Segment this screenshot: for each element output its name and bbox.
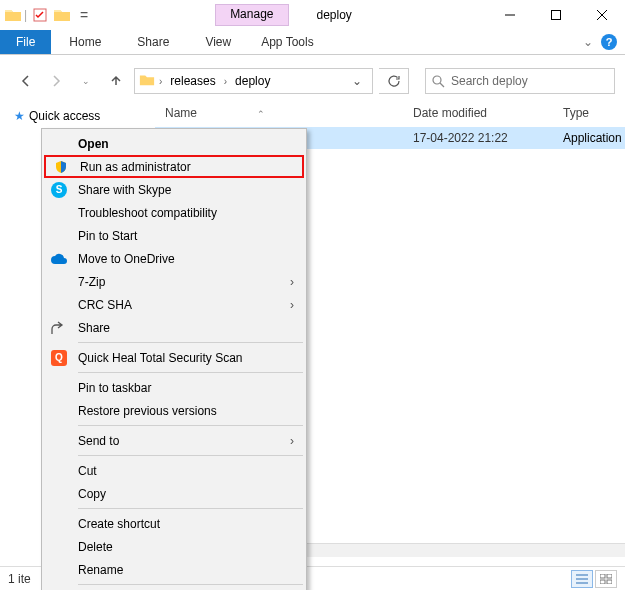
folder-icon[interactable] <box>53 6 71 24</box>
menu-separator <box>78 342 303 343</box>
menu-item-pin-taskbar[interactable]: Pin to taskbar <box>44 376 304 399</box>
tab-home[interactable]: Home <box>51 30 119 54</box>
search-icon <box>432 75 445 88</box>
menu-item-rename[interactable]: Rename <box>44 558 304 581</box>
column-header-type[interactable]: Type <box>563 106 625 120</box>
window-title: deploy <box>317 8 352 22</box>
menu-item-delete[interactable]: Delete <box>44 535 304 558</box>
chevron-right-icon: › <box>290 298 294 312</box>
navigation-bar: ⌄ › releases › deploy ⌄ Search deploy <box>0 63 625 99</box>
menu-item-troubleshoot[interactable]: Troubleshoot compatibility <box>44 201 304 224</box>
qat-properties-icon[interactable] <box>29 4 51 26</box>
menu-item-quick-heal[interactable]: Q Quick Heal Total Security Scan <box>44 346 304 369</box>
back-button[interactable] <box>14 69 38 93</box>
chevron-right-icon[interactable]: › <box>224 76 227 87</box>
up-button[interactable] <box>104 69 128 93</box>
status-text: 1 ite <box>8 572 31 586</box>
menu-separator <box>78 372 303 373</box>
address-dropdown-icon[interactable]: ⌄ <box>346 74 368 88</box>
column-headers: Name⌃ Date modified Type <box>155 99 625 127</box>
column-header-date[interactable]: Date modified <box>413 106 563 120</box>
cell-date: 17-04-2022 21:22 <box>413 131 563 145</box>
tab-view[interactable]: View <box>187 30 249 54</box>
svg-rect-3 <box>600 574 605 578</box>
qat-dropdown-icon[interactable]: = <box>73 4 95 26</box>
share-icon <box>50 319 68 337</box>
menu-item-crc-sha[interactable]: CRC SHA› <box>44 293 304 316</box>
title-bar: | = Manage deploy <box>0 0 625 30</box>
menu-item-open[interactable]: Open <box>44 132 304 155</box>
svg-rect-1 <box>552 11 561 20</box>
column-header-name[interactable]: Name⌃ <box>161 106 413 120</box>
view-large-icons-button[interactable] <box>595 570 617 588</box>
sort-indicator-icon: ⌃ <box>257 109 265 119</box>
cell-type: Application <box>563 131 625 145</box>
refresh-button[interactable] <box>379 68 409 94</box>
folder-icon <box>4 6 22 24</box>
menu-item-run-as-administrator[interactable]: Run as administrator <box>44 155 304 178</box>
menu-item-move-onedrive[interactable]: Move to OneDrive <box>44 247 304 270</box>
breadcrumb[interactable]: releases <box>166 74 219 88</box>
sidebar-item-label: Quick access <box>29 109 100 123</box>
window-controls <box>487 0 625 30</box>
svg-point-2 <box>433 76 441 84</box>
menu-separator <box>78 584 303 585</box>
forward-button[interactable] <box>44 69 68 93</box>
folder-icon <box>139 72 155 91</box>
breadcrumb[interactable]: deploy <box>231 74 274 88</box>
help-icon[interactable]: ? <box>601 34 617 50</box>
maximize-button[interactable] <box>533 0 579 30</box>
menu-item-copy[interactable]: Copy <box>44 482 304 505</box>
search-input[interactable]: Search deploy <box>425 68 615 94</box>
ribbon-tabs: File Home Share View App Tools ⌄ ? <box>0 30 625 55</box>
sidebar-item-quick-access[interactable]: ★ Quick access <box>14 105 155 127</box>
title-center: Manage deploy <box>95 0 487 30</box>
menu-separator <box>78 508 303 509</box>
svg-rect-5 <box>600 580 605 584</box>
skype-icon: S <box>50 181 68 199</box>
menu-item-7zip[interactable]: 7-Zip› <box>44 270 304 293</box>
menu-item-share[interactable]: Share <box>44 316 304 339</box>
tab-file[interactable]: File <box>0 30 51 54</box>
view-details-button[interactable] <box>571 570 593 588</box>
menu-item-restore-previous[interactable]: Restore previous versions <box>44 399 304 422</box>
chevron-right-icon[interactable]: › <box>159 76 162 87</box>
context-menu: Open Run as administrator S Share with S… <box>41 128 307 590</box>
tab-app-tools[interactable]: App Tools <box>249 30 325 54</box>
svg-rect-4 <box>607 574 612 578</box>
close-button[interactable] <box>579 0 625 30</box>
shield-icon <box>52 158 70 176</box>
chevron-right-icon: › <box>290 434 294 448</box>
svg-rect-6 <box>607 580 612 584</box>
recent-dropdown-icon[interactable]: ⌄ <box>74 69 98 93</box>
menu-item-create-shortcut[interactable]: Create shortcut <box>44 512 304 535</box>
menu-separator <box>78 425 303 426</box>
menu-item-pin-start[interactable]: Pin to Start <box>44 224 304 247</box>
onedrive-icon <box>50 250 68 268</box>
menu-item-send-to[interactable]: Send to› <box>44 429 304 452</box>
address-bar[interactable]: › releases › deploy ⌄ <box>134 68 373 94</box>
search-placeholder: Search deploy <box>451 74 528 88</box>
contextual-tab-manage[interactable]: Manage <box>215 4 288 26</box>
tab-share[interactable]: Share <box>119 30 187 54</box>
menu-item-cut[interactable]: Cut <box>44 459 304 482</box>
quickheal-icon: Q <box>50 349 68 367</box>
chevron-right-icon: › <box>290 275 294 289</box>
expand-ribbon-icon[interactable]: ⌄ <box>583 35 593 49</box>
menu-item-share-skype[interactable]: S Share with Skype <box>44 178 304 201</box>
menu-separator <box>78 455 303 456</box>
qat: | = <box>0 0 95 30</box>
qat-separator: | <box>24 8 27 22</box>
star-icon: ★ <box>14 109 25 123</box>
minimize-button[interactable] <box>487 0 533 30</box>
